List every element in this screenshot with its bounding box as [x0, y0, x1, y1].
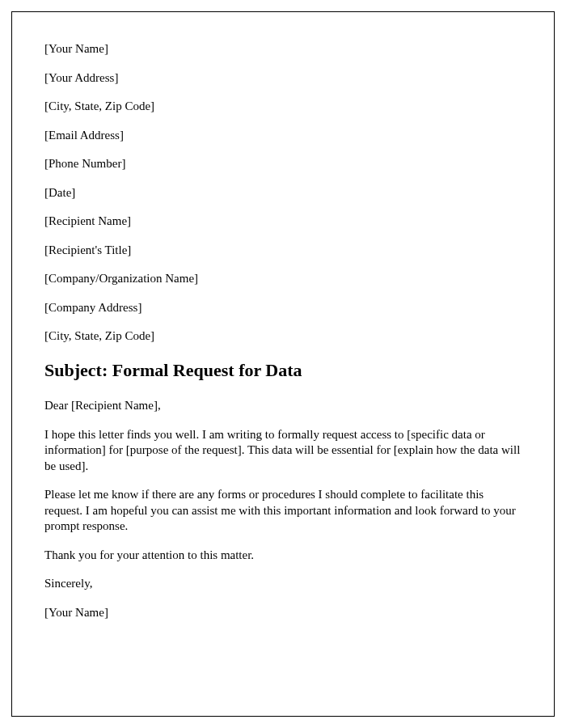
sender-phone: [Phone Number] — [44, 156, 522, 172]
body-paragraph-1: I hope this letter finds you well. I am … — [44, 427, 522, 475]
recipient-name: [Recipient Name] — [44, 214, 522, 230]
company-address: [Company Address] — [44, 300, 522, 316]
sender-email: [Email Address] — [44, 128, 522, 144]
sender-city-state-zip: [City, State, Zip Code] — [44, 99, 522, 115]
salutation: Dear [Recipient Name], — [44, 398, 522, 414]
sender-name: [Your Name] — [44, 41, 522, 57]
body-paragraph-2: Please let me know if there are any form… — [44, 487, 522, 535]
closing: Sincerely, — [44, 576, 522, 592]
letter-date: [Date] — [44, 185, 522, 201]
body-paragraph-3: Thank you for your attention to this mat… — [44, 548, 522, 564]
subject-line: Subject: Formal Request for Data — [44, 359, 522, 383]
signature: [Your Name] — [44, 605, 522, 621]
company-city-state-zip: [City, State, Zip Code] — [44, 328, 522, 345]
company-name: [Company/Organization Name] — [44, 271, 522, 287]
recipient-title: [Recipient's Title] — [44, 243, 522, 259]
letter-page: [Your Name] [Your Address] [City, State,… — [11, 11, 555, 717]
sender-address: [Your Address] — [44, 70, 522, 87]
